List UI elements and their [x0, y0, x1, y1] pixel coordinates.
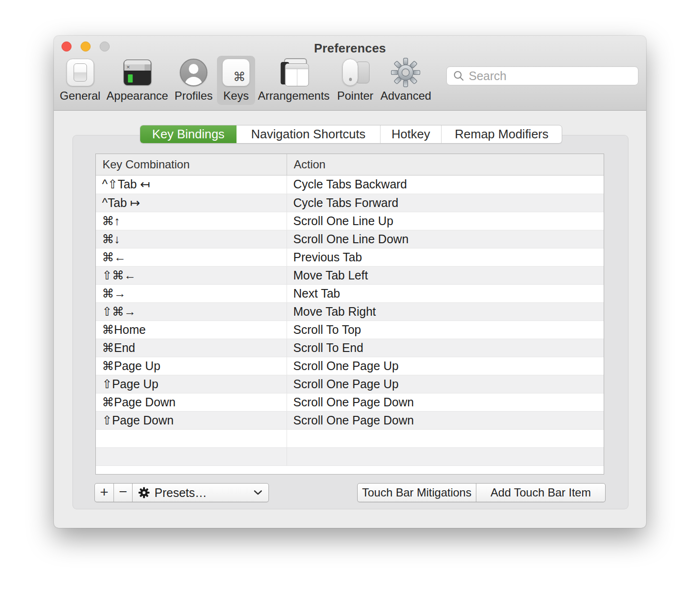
title-bar-and-toolbar: Preferences General × Appearance Profile… — [54, 36, 646, 111]
table-row[interactable]: ⌘→Next Tab — [96, 284, 604, 302]
toolbar-item-label: Pointer — [337, 90, 373, 102]
table-row[interactable]: ⌘Page DownScroll One Page Down — [96, 393, 604, 411]
action-cell[interactable]: Scroll One Page Down — [287, 393, 604, 411]
table-header: Key Combination Action — [96, 154, 604, 176]
presets-label: Presets… — [154, 486, 207, 500]
keys-keycap-icon: ⌘ — [222, 59, 250, 86]
table-row[interactable]: ^⇧Tab ↤Cycle Tabs Backward — [96, 176, 604, 194]
search-icon — [453, 70, 464, 82]
table-row[interactable]: ⇧⌘←Move Tab Left — [96, 266, 604, 284]
action-cell[interactable] — [287, 430, 604, 447]
action-cell[interactable]: Scroll To Top — [287, 321, 604, 339]
action-cell[interactable]: Scroll To End — [287, 339, 604, 357]
search-field[interactable] — [446, 66, 638, 85]
action-cell[interactable]: Move Tab Left — [287, 267, 604, 284]
key-bindings-table-body: ^⇧Tab ↤Cycle Tabs Backward^Tab ↦Cycle Ta… — [96, 176, 604, 465]
presets-dropdown[interactable]: Presets… — [133, 484, 268, 502]
key-combination-cell[interactable]: ^Tab ↦ — [96, 194, 287, 212]
general-switch-icon — [66, 59, 94, 86]
window-title: Preferences — [54, 41, 646, 56]
add-touch-bar-item-button[interactable]: Add Touch Bar Item — [476, 484, 605, 502]
touch-bar-mitigations-button[interactable]: Touch Bar Mitigations — [358, 484, 476, 502]
key-combination-cell[interactable]: ⌘↓ — [96, 230, 287, 248]
table-row[interactable]: ⌘←Previous Tab — [96, 248, 604, 266]
toolbar-item-label: Arrangements — [258, 90, 330, 102]
table-row[interactable]: ⌘↓Scroll One Line Down — [96, 230, 604, 248]
toolbar-item-appearance[interactable]: × Appearance — [101, 56, 173, 105]
key-combination-cell[interactable]: ⌘← — [96, 248, 287, 266]
table-row[interactable] — [96, 429, 604, 447]
key-binding-edit-controls: + − Presets… — [94, 483, 269, 502]
action-cell[interactable] — [287, 448, 604, 465]
key-combination-cell[interactable] — [96, 448, 287, 465]
toolbar-item-label: Profiles — [175, 90, 213, 102]
column-header-action[interactable]: Action — [287, 154, 604, 175]
key-combination-cell[interactable]: ^⇧Tab ↤ — [96, 176, 287, 194]
tab-key-bindings[interactable]: Key Bindings — [140, 125, 237, 143]
key-combination-cell[interactable]: ⌘Page Up — [96, 357, 287, 375]
key-combination-cell[interactable]: ⇧Page Down — [96, 412, 287, 429]
toolbar-item-keys[interactable]: ⌘ Keys — [217, 56, 255, 105]
key-combination-cell[interactable] — [96, 430, 287, 447]
toolbar-item-label: Keys — [223, 90, 248, 102]
action-cell[interactable]: Scroll One Line Down — [287, 230, 604, 248]
tab-navigation-shortcuts[interactable]: Navigation Shortcuts — [237, 125, 381, 143]
key-bindings-table: Key Combination Action ^⇧Tab ↤Cycle Tabs… — [95, 154, 604, 475]
key-combination-cell[interactable]: ⇧⌘← — [96, 267, 287, 284]
toolbar-item-profiles[interactable]: Profiles — [169, 56, 218, 105]
toolbar-item-label: Appearance — [106, 90, 168, 102]
toolbar-item-label: Advanced — [381, 90, 432, 102]
key-combination-cell[interactable]: ⌘↑ — [96, 212, 287, 230]
key-combination-cell[interactable]: ⇧Page Up — [96, 375, 287, 393]
toolbar-item-label: General — [60, 90, 100, 102]
table-row[interactable]: ⇧⌘→Move Tab Right — [96, 302, 604, 320]
tab-remap-modifiers[interactable]: Remap Modifiers — [442, 125, 562, 143]
table-row[interactable]: ^Tab ↦Cycle Tabs Forward — [96, 194, 604, 212]
key-combination-cell[interactable]: ⌘End — [96, 339, 287, 357]
keys-tab-bar: Key Bindings Navigation Shortcuts Hotkey… — [140, 125, 562, 144]
remove-key-binding-button[interactable]: − — [114, 484, 133, 502]
key-combination-cell[interactable]: ⌘Home — [96, 321, 287, 339]
action-cell[interactable]: Move Tab Right — [287, 303, 604, 320]
toolbar-item-general[interactable]: General — [54, 56, 105, 105]
touch-bar-controls: Touch Bar Mitigations Add Touch Bar Item — [357, 483, 606, 502]
toolbar-item-arrangements[interactable]: Arrangements — [253, 56, 335, 105]
appearance-window-icon: × — [124, 60, 151, 85]
key-combination-cell[interactable]: ⌘Page Down — [96, 393, 287, 411]
table-row[interactable]: ⌘HomeScroll To Top — [96, 320, 604, 339]
profiles-person-icon — [180, 59, 207, 86]
column-header-key-combination[interactable]: Key Combination — [96, 154, 287, 175]
action-cell[interactable]: Scroll One Line Up — [287, 212, 604, 230]
search-input[interactable] — [469, 69, 633, 83]
add-key-binding-button[interactable]: + — [95, 484, 114, 502]
action-cell[interactable]: Next Tab — [287, 285, 604, 302]
action-cell[interactable]: Cycle Tabs Backward — [287, 176, 604, 194]
table-filler — [96, 465, 604, 474]
tab-hotkey[interactable]: Hotkey — [381, 125, 442, 143]
table-row[interactable]: ⇧Page DownScroll One Page Down — [96, 411, 604, 429]
table-row[interactable] — [96, 447, 604, 465]
table-row[interactable]: ⇧Page UpScroll One Page Up — [96, 375, 604, 393]
action-cell[interactable]: Scroll One Page Up — [287, 357, 604, 375]
action-cell[interactable]: Cycle Tabs Forward — [287, 194, 604, 212]
presets-gear-icon — [138, 487, 150, 498]
toolbar-item-pointer[interactable]: Pointer — [332, 56, 379, 105]
key-combination-cell[interactable]: ⇧⌘→ — [96, 303, 287, 320]
key-combination-cell[interactable]: ⌘→ — [96, 285, 287, 302]
table-row[interactable]: ⌘↑Scroll One Line Up — [96, 212, 604, 230]
arrangements-windows-icon — [278, 58, 309, 87]
chevron-down-icon — [254, 490, 262, 496]
toolbar-item-advanced[interactable]: Advanced — [375, 56, 437, 105]
table-row[interactable]: ⌘EndScroll To End — [96, 339, 604, 357]
preferences-window: Preferences General × Appearance Profile… — [54, 36, 646, 528]
action-cell[interactable]: Scroll One Page Up — [287, 375, 604, 393]
pointer-mouse-icon — [341, 59, 370, 86]
table-row[interactable]: ⌘Page UpScroll One Page Up — [96, 357, 604, 375]
action-cell[interactable]: Previous Tab — [287, 248, 604, 266]
action-cell[interactable]: Scroll One Page Down — [287, 412, 604, 429]
advanced-gear-icon — [391, 58, 421, 87]
